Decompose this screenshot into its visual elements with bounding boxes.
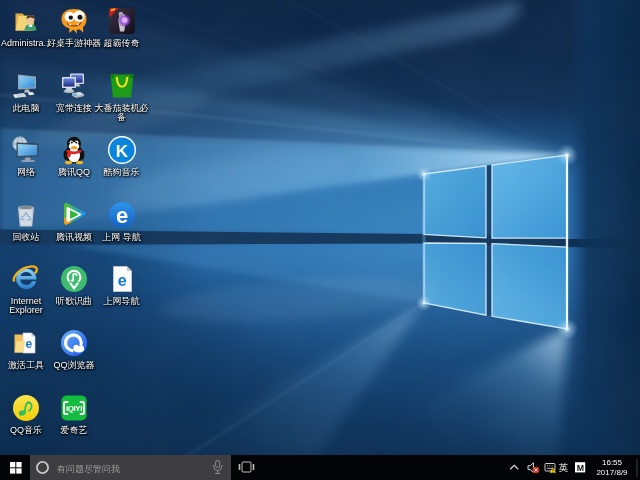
svg-text:e: e bbox=[117, 272, 126, 289]
svg-text:K: K bbox=[115, 142, 128, 161]
svg-text:英: 英 bbox=[559, 462, 569, 473]
svg-text:M: M bbox=[577, 463, 584, 473]
svg-text:e: e bbox=[25, 337, 32, 351]
svg-text:iQIYI: iQIYI bbox=[66, 404, 82, 413]
svg-text:e: e bbox=[115, 203, 127, 228]
